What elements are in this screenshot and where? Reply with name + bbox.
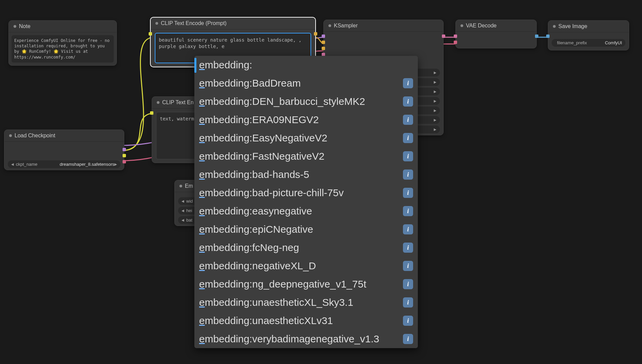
node-header[interactable]: KSampler [324,20,443,32]
autocomplete-item[interactable]: embedding:easynegativei [194,202,418,220]
info-icon[interactable]: i [403,169,413,180]
info-icon[interactable]: i [403,188,413,198]
autocomplete-item[interactable]: embedding:unaestheticXL_Sky3.1i [194,293,418,312]
autocomplete-item-label: embedding:BadDream [199,77,301,89]
chevron-right-icon[interactable]: ▶ [434,90,436,93]
autocomplete-item-label: embedding:unaestheticXL_Sky3.1 [199,297,353,308]
autocomplete-item-label: embedding:DEN_barbucci_styleMK2 [199,96,365,107]
chevron-left-icon[interactable]: ◀ [181,199,184,203]
collapse-dot-icon [328,24,331,27]
node-title: Em [185,183,193,189]
chevron-right-icon[interactable]: ▶ [434,109,436,112]
port-samples-in[interactable] [454,35,457,38]
autocomplete-item[interactable]: embedding:bad-picture-chill-75vi [194,184,418,202]
node-header[interactable]: Save Image [548,21,629,32]
chevron-left-icon[interactable]: ◀ [181,209,184,212]
note-text[interactable]: Experience ComfyUI Online for free - no … [14,38,111,60]
node-header[interactable]: CLIP Text Encode (Prompt) [151,18,315,29]
node-header[interactable]: Load Checkpoint [4,130,124,142]
info-icon[interactable]: i [403,78,413,88]
autocomplete-item-label: embedding:easynegative [199,205,312,217]
autocomplete-item-label: embedding:negativeXL_D [199,260,316,272]
collapse-dot-icon [155,22,158,25]
node-title: VAE Decode [466,23,496,29]
collapse-dot-icon [9,134,12,137]
autocomplete-item[interactable]: embedding:BadDreami [194,74,418,92]
autocomplete-item[interactable]: embedding:verybadimagenegative_v1.3i [194,330,418,348]
node-vae-decode[interactable]: VAE Decode [455,20,537,48]
info-icon[interactable]: i [403,96,413,107]
port-latent-out[interactable] [442,35,445,38]
autocomplete-item-label: embedding:EasyNegativeV2 [199,132,327,144]
ckpt-name-widget[interactable]: ◀ ckpt_name dreamshaper_8.safetensors ▶ [8,160,121,168]
autocomplete-item[interactable]: embedding:DEN_barbucci_styleMK2i [194,92,418,111]
autocomplete-item[interactable]: embedding:negativeXL_Di [194,257,418,275]
chevron-right-icon[interactable]: ▶ [434,128,436,131]
chevron-right-icon[interactable]: ▶ [434,99,436,103]
port-clip-out[interactable] [123,154,126,157]
info-icon[interactable]: i [403,279,413,289]
info-icon[interactable]: i [403,151,413,161]
chevron-right-icon[interactable]: ▶ [114,162,117,166]
port-model-out[interactable] [123,148,126,151]
info-icon[interactable]: i [403,224,413,234]
node-load-checkpoint[interactable]: Load Checkpoint ◀ ckpt_name dreamshaper_… [4,130,124,170]
collapse-dot-icon [157,101,159,104]
param-value: ComfyUI [605,40,622,45]
port-images-in[interactable] [546,35,550,38]
node-title: CLIP Text En [162,99,194,106]
port-model-in[interactable] [322,35,325,38]
chevron-right-icon[interactable]: ▶ [434,71,436,74]
node-title: Save Image [558,23,587,29]
chevron-right-icon[interactable]: ▶ [434,118,436,122]
port-vae-in[interactable] [454,41,457,44]
info-icon[interactable]: i [403,297,413,308]
autocomplete-item-label: embedding:epiCNegative [199,224,313,235]
node-graph-canvas[interactable]: Note Experience ComfyUI Online for free … [0,0,642,364]
collapse-dot-icon [461,24,463,27]
param-label: filename_prefix [557,40,603,45]
chevron-left-icon[interactable]: ◀ [181,218,184,222]
info-icon[interactable]: i [403,206,413,216]
embedding-autocomplete-dropdown[interactable]: embedding:embedding:BadDreamiembedding:D… [194,56,418,348]
info-icon[interactable]: i [403,243,413,253]
autocomplete-item[interactable]: embedding:FastNegativeV2i [194,147,418,165]
text-cursor [194,58,196,73]
autocomplete-item[interactable]: embedding:ng_deepnegative_v1_75ti [194,275,418,293]
autocomplete-item-label: embedding: [199,59,252,71]
autocomplete-item[interactable]: embedding:ERA09NEGV2i [194,111,418,129]
autocomplete-item-label: embedding:bad-hands-5 [199,169,309,180]
node-title: Note [19,23,30,29]
chevron-right-icon[interactable]: ▶ [434,80,436,84]
port-negative-in[interactable] [322,47,325,50]
port-vae-out[interactable] [123,160,126,163]
node-header[interactable]: VAE Decode [456,20,536,32]
info-icon[interactable]: i [403,133,413,143]
info-icon[interactable]: i [403,115,413,125]
filename-prefix-widget[interactable]: filename_prefix ComfyUI [552,39,625,47]
autocomplete-item-label: embedding:ERA09NEGV2 [199,114,319,126]
autocomplete-item[interactable]: embedding:bad-hands-5i [194,165,418,184]
autocomplete-item-label: embedding:fcNeg-neg [199,242,299,253]
autocomplete-item[interactable]: embedding:fcNeg-negi [194,238,418,257]
param-label: ckpt_name [16,162,58,167]
autocomplete-item[interactable]: embedding:EasyNegativeV2i [194,129,418,147]
autocomplete-item-label: embedding:ng_deepnegative_v1_75t [199,278,366,290]
autocomplete-item-label: embedding:bad-picture-chill-75v [199,187,344,199]
autocomplete-item[interactable]: embedding:epiCNegativei [194,220,418,238]
port-image-out[interactable] [535,35,538,38]
node-title: Load Checkpoint [15,133,55,139]
autocomplete-item-label: embedding:unaestheticXLv31 [199,315,333,326]
port-positive-in[interactable] [322,41,325,44]
info-icon[interactable]: i [403,334,413,344]
param-value: dreamshaper_8.safetensors [60,162,114,167]
node-note[interactable]: Note Experience ComfyUI Online for free … [8,20,117,66]
autocomplete-item-label: embedding:verybadimagenegative_v1.3 [199,333,379,345]
node-save-image[interactable]: Save Image filename_prefix ComfyUI [548,20,629,50]
node-header[interactable]: Note [9,21,116,32]
chevron-left-icon[interactable]: ◀ [11,162,14,166]
info-icon[interactable]: i [403,261,413,271]
autocomplete-item[interactable]: embedding: [194,56,418,74]
info-icon[interactable]: i [403,316,413,326]
autocomplete-item[interactable]: embedding:unaestheticXLv31i [194,312,418,330]
